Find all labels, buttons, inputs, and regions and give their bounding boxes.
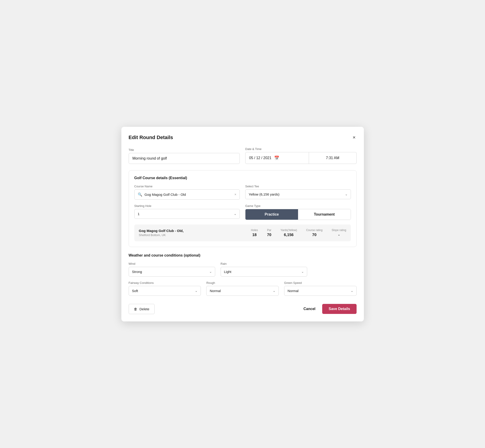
course-name-value: Gog Magog Golf Club - Old bbox=[145, 192, 232, 196]
yards-value: 6,156 bbox=[284, 233, 294, 237]
fairway-label: Fairway Conditions bbox=[129, 281, 201, 285]
title-field-group: Title bbox=[129, 148, 240, 164]
top-fields-row: Title Date & Time 05 / 12 / 2021 📅 7:31 … bbox=[129, 147, 356, 164]
wind-dropdown[interactable]: NoneLightModerate StrongVery Strong bbox=[129, 267, 215, 277]
game-type-group: Game Type Practice Tournament bbox=[245, 204, 351, 220]
game-type-toggle: Practice Tournament bbox=[245, 209, 351, 220]
wind-select-wrap: NoneLightModerate StrongVery Strong ⌄ bbox=[129, 267, 215, 277]
date-input[interactable]: 05 / 12 / 2021 📅 bbox=[245, 152, 309, 164]
footer-right-actions: Cancel Save Details bbox=[301, 304, 356, 314]
time-value: 7:31 AM bbox=[326, 156, 339, 160]
green-speed-group: Green Speed SlowNormal FastVery Fast ⌄ bbox=[284, 281, 356, 296]
course-info-bar: Gog Magog Golf Club - Old, Shelford Bott… bbox=[134, 224, 351, 241]
course-info-location: Shelford Bottom, UK bbox=[139, 233, 242, 237]
slope-rating-label: Slope rating bbox=[331, 229, 346, 232]
datetime-row: 05 / 12 / 2021 📅 7:31 AM bbox=[245, 152, 356, 164]
edit-round-modal: Edit Round Details × Title Date & Time 0… bbox=[121, 127, 364, 321]
course-name-label: Course Name bbox=[134, 185, 240, 188]
course-rating-label: Course rating bbox=[306, 229, 323, 232]
hole-gametype-row: Starting Hole 123 456 789 10 ⌄ Game Type… bbox=[134, 204, 351, 220]
calendar-icon: 📅 bbox=[274, 155, 279, 160]
delete-label: Delete bbox=[140, 307, 149, 311]
title-input[interactable] bbox=[129, 153, 240, 164]
course-tee-row: Course Name 🔍 Gog Magog Golf Club - Old … bbox=[134, 185, 351, 200]
rough-label: Rough bbox=[206, 281, 279, 285]
clear-icon[interactable]: × bbox=[234, 192, 236, 196]
wind-group: Wind NoneLightModerate StrongVery Strong… bbox=[129, 262, 215, 277]
starting-hole-label: Starting Hole bbox=[134, 204, 240, 208]
delete-button[interactable]: 🗑 Delete bbox=[129, 304, 155, 314]
tournament-button[interactable]: Tournament bbox=[298, 209, 351, 220]
datetime-label: Date & Time bbox=[245, 147, 356, 151]
fairway-group: Fairway Conditions SoftNormal FirmVery F… bbox=[129, 281, 201, 296]
game-type-label: Game Type bbox=[245, 204, 351, 208]
rough-select-wrap: ShortNormal LongVery Long ⌄ bbox=[206, 286, 279, 296]
rain-dropdown[interactable]: NoneLight ModerateHeavy bbox=[221, 267, 307, 277]
green-speed-select-wrap: SlowNormal FastVery Fast ⌄ bbox=[284, 286, 356, 296]
title-label: Title bbox=[129, 148, 240, 152]
course-name-input[interactable]: 🔍 Gog Magog Golf Club - Old × bbox=[134, 189, 240, 200]
select-tee-group: Select Tee Yellow (6,156 yards) White Re… bbox=[245, 185, 351, 200]
course-info-name-col: Gog Magog Golf Club - Old, Shelford Bott… bbox=[139, 229, 242, 237]
time-input[interactable]: 7:31 AM bbox=[309, 152, 356, 164]
search-icon: 🔍 bbox=[138, 192, 142, 197]
select-tee-wrap: Yellow (6,156 yards) White Red Blue ⌄ bbox=[245, 189, 351, 199]
fairway-select-wrap: SoftNormal FirmVery Firm ⌄ bbox=[129, 286, 201, 296]
rain-group: Rain NoneLight ModerateHeavy ⌄ bbox=[221, 262, 307, 277]
fairway-dropdown[interactable]: SoftNormal FirmVery Firm bbox=[129, 286, 201, 296]
cancel-button[interactable]: Cancel bbox=[301, 304, 318, 314]
golf-course-section: Golf Course details (Essential) Course N… bbox=[129, 170, 356, 247]
starting-hole-dropdown[interactable]: 123 456 789 10 bbox=[134, 209, 240, 219]
rain-select-wrap: NoneLight ModerateHeavy ⌄ bbox=[221, 267, 307, 277]
footer-row: 🗑 Delete Cancel Save Details bbox=[129, 302, 356, 314]
course-rating-stat: Course rating 70 bbox=[306, 229, 323, 237]
datetime-field-group: Date & Time 05 / 12 / 2021 📅 7:31 AM bbox=[245, 147, 356, 164]
rough-dropdown[interactable]: ShortNormal LongVery Long bbox=[206, 286, 279, 296]
save-button[interactable]: Save Details bbox=[322, 304, 356, 314]
rough-group: Rough ShortNormal LongVery Long ⌄ bbox=[206, 281, 279, 296]
rain-label: Rain bbox=[221, 262, 307, 265]
holes-label: Holes bbox=[251, 229, 258, 232]
modal-header: Edit Round Details × bbox=[129, 134, 356, 141]
trash-icon: 🗑 bbox=[134, 307, 137, 311]
practice-button[interactable]: Practice bbox=[245, 209, 298, 220]
wind-rain-row: Wind NoneLightModerate StrongVery Strong… bbox=[129, 262, 356, 277]
modal-title: Edit Round Details bbox=[129, 135, 173, 140]
par-value: 70 bbox=[267, 233, 271, 237]
holes-stat: Holes 18 bbox=[251, 229, 258, 237]
close-button[interactable]: × bbox=[352, 134, 356, 141]
holes-value: 18 bbox=[252, 233, 257, 237]
wind-label: Wind bbox=[129, 262, 215, 265]
par-stat: Par 70 bbox=[267, 229, 271, 237]
green-speed-label: Green Speed bbox=[284, 281, 356, 285]
select-tee-dropdown[interactable]: Yellow (6,156 yards) White Red Blue bbox=[245, 189, 351, 199]
yards-label: Yards(Yellow) bbox=[281, 229, 297, 232]
course-info-name: Gog Magog Golf Club - Old, bbox=[139, 229, 242, 233]
course-rating-value: 70 bbox=[312, 233, 316, 237]
course-name-group: Course Name 🔍 Gog Magog Golf Club - Old … bbox=[134, 185, 240, 200]
weather-section-title: Weather and course conditions (optional) bbox=[129, 253, 356, 257]
starting-hole-wrap: 123 456 789 10 ⌄ bbox=[134, 209, 240, 219]
weather-section: Weather and course conditions (optional)… bbox=[129, 253, 356, 296]
select-tee-label: Select Tee bbox=[245, 185, 351, 188]
slope-rating-value: - bbox=[338, 233, 340, 237]
starting-hole-group: Starting Hole 123 456 789 10 ⌄ bbox=[134, 204, 240, 220]
yards-stat: Yards(Yellow) 6,156 bbox=[281, 229, 297, 237]
fairway-rough-green-row: Fairway Conditions SoftNormal FirmVery F… bbox=[129, 281, 356, 296]
green-speed-dropdown[interactable]: SlowNormal FastVery Fast bbox=[284, 286, 356, 296]
date-value: 05 / 12 / 2021 bbox=[249, 156, 271, 160]
golf-section-title: Golf Course details (Essential) bbox=[134, 176, 351, 180]
par-label: Par bbox=[267, 229, 271, 232]
slope-rating-stat: Slope rating - bbox=[331, 229, 346, 237]
